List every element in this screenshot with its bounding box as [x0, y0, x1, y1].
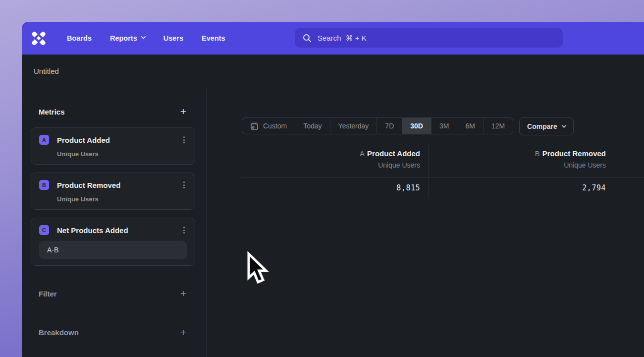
metric-title: Product Removed [57, 181, 181, 189]
table-column-a: AProduct Added Unique Users 8,815 [241, 145, 429, 198]
metric-card-b[interactable]: B Product Removed Unique Users [31, 173, 195, 210]
metric-card-c[interactable]: C Net Products Added A-B [31, 218, 195, 266]
date-range-30d-selected[interactable]: 30D [402, 118, 431, 134]
table-column-b: BProduct Removed Unique Users 2,794 [429, 145, 614, 198]
metric-card-a[interactable]: A Product Added Unique Users [31, 127, 195, 165]
date-range-label: Custom [263, 122, 287, 130]
search-placeholder: Search [318, 34, 341, 42]
app-window: Boards Reports Users Events Search [22, 22, 644, 357]
date-range-6m[interactable]: 6M [457, 118, 483, 134]
metric-letter: A [360, 149, 365, 158]
compare-label: Compare [527, 122, 557, 130]
nav-item-users[interactable]: Users [163, 34, 183, 42]
chevron-down-icon [561, 123, 566, 128]
desktop-background: Boards Reports Users Events Search [0, 0, 644, 357]
nav-item-label: Reports [110, 34, 137, 42]
table-cell-value[interactable]: 2,794 [429, 178, 614, 198]
table-cell-value[interactable]: 8,815 [241, 178, 428, 198]
calendar-icon [250, 122, 259, 130]
metrics-label: Metrics [39, 108, 65, 116]
filter-section-header: Filter + [31, 289, 195, 298]
kebab-menu-icon[interactable] [181, 135, 187, 145]
kebab-menu-icon[interactable] [181, 180, 187, 190]
search-shortcut: ⌘ + K [346, 34, 367, 43]
table-column-overflow [614, 145, 644, 198]
compare-button[interactable]: Compare [519, 118, 574, 135]
main-content: Custom Today Yesterday 7D 30D 3M 6M 12M … [207, 88, 644, 357]
column-header: AProduct Added Unique Users [241, 145, 428, 178]
nav-item-events[interactable]: Events [202, 34, 225, 42]
column-header: BProduct Removed Unique Users [429, 145, 614, 178]
chevron-down-icon [141, 34, 146, 39]
date-controls: Custom Today Yesterday 7D 30D 3M 6M 12M … [242, 118, 574, 135]
nav-item-boards[interactable]: Boards [67, 34, 92, 42]
nav-item-label: Boards [67, 34, 92, 42]
filter-label: Filter [39, 290, 57, 298]
metric-letter: B [535, 149, 540, 158]
mixpanel-logo-icon[interactable] [31, 31, 46, 46]
search-icon [303, 34, 312, 43]
kebab-menu-icon[interactable] [181, 225, 187, 235]
metric-aggregation[interactable]: Unique Users [57, 195, 187, 203]
date-range-3m[interactable]: 3M [431, 118, 457, 134]
date-range-custom[interactable]: Custom [242, 118, 295, 134]
metric-badge: C [39, 225, 49, 235]
search-input[interactable]: Search ⌘ + K [295, 28, 563, 48]
date-range-7d[interactable]: 7D [376, 118, 402, 134]
nav-item-reports[interactable]: Reports [110, 34, 145, 42]
metric-aggregation[interactable]: Unique Users [57, 150, 187, 158]
query-sidebar: Metrics + A Product Added Unique Users B… [22, 88, 207, 357]
formula-input[interactable]: A-B [39, 241, 187, 259]
nav-items: Boards Reports Users Events [67, 34, 225, 42]
nav-item-label: Users [163, 34, 183, 42]
date-range-today[interactable]: Today [295, 118, 329, 134]
column-subtitle: Unique Users [429, 161, 606, 169]
date-range-yesterday[interactable]: Yesterday [330, 118, 377, 134]
column-title: Product Removed [542, 149, 606, 158]
add-metric-button[interactable]: + [180, 107, 186, 117]
results-table: AProduct Added Unique Users 8,815 BProdu… [241, 145, 644, 198]
metrics-section-header: Metrics + [31, 107, 195, 117]
breakdown-section-header: Breakdown + [31, 327, 195, 337]
nav-item-label: Events [202, 34, 225, 42]
metric-title: Net Products Added [57, 226, 181, 235]
breakdown-label: Breakdown [39, 328, 79, 337]
add-breakdown-button[interactable]: + [180, 327, 186, 337]
date-range-12m[interactable]: 12M [483, 118, 513, 134]
top-nav: Boards Reports Users Events Search [22, 22, 644, 55]
add-filter-button[interactable]: + [180, 289, 186, 298]
date-range-selector: Custom Today Yesterday 7D 30D 3M 6M 12M [242, 118, 513, 134]
column-title: Product Added [367, 149, 420, 158]
column-subtitle: Unique Users [241, 161, 420, 169]
metric-badge: A [39, 135, 49, 145]
metric-badge: B [39, 180, 49, 190]
report-title[interactable]: Untitled [34, 67, 59, 75]
metric-title: Product Added [57, 136, 181, 144]
report-titlebar: Untitled [22, 55, 644, 88]
